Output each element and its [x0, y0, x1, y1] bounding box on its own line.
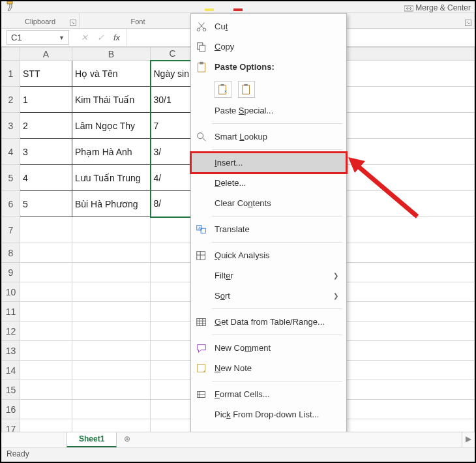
cell[interactable]: Kim Thái Tuấn [72, 87, 151, 113]
svg-rect-9 [219, 85, 226, 95]
quick-analysis-icon [195, 249, 208, 262]
cell[interactable]: Bùi Hà Phương [72, 191, 151, 217]
ctx-label: Pick From Drop-down List... [215, 410, 340, 419]
group-clipboard: Clipboard ↘ [1, 13, 80, 28]
ctx-label: Paste Special... [215, 106, 340, 115]
row-header[interactable]: 17 [2, 419, 20, 432]
cell[interactable]: 4/ [151, 165, 195, 191]
svg-rect-8 [200, 61, 203, 64]
cell[interactable]: 30/1 [151, 87, 195, 113]
font-fill-icon[interactable] [203, 2, 216, 12]
row-header[interactable]: 11 [2, 302, 20, 321]
col-header-B[interactable]: B [72, 48, 151, 61]
name-box-dropdown-icon[interactable]: ▼ [59, 35, 65, 41]
row-header[interactable]: 12 [2, 321, 20, 341]
search-icon [195, 130, 208, 143]
ctx-translate[interactable]: あ Translate [191, 219, 346, 239]
merge-center-label: Merge & Center [415, 3, 471, 12]
fx-icon[interactable]: fx [113, 33, 120, 42]
ctx-cut[interactable]: Cut [191, 16, 346, 37]
svg-rect-11 [243, 85, 250, 95]
status-bar: Ready [1, 447, 475, 462]
cell[interactable]: Phạm Hà Anh [72, 139, 151, 165]
row-header[interactable]: 16 [2, 400, 20, 419]
row-header[interactable]: 8 [2, 243, 20, 263]
ctx-insert[interactable]: Insert... [191, 153, 346, 173]
format-cells-icon [195, 388, 208, 401]
svg-point-3 [197, 28, 200, 31]
ctx-quick-analysis[interactable]: Quick Analysis [191, 245, 346, 265]
cell[interactable]: 3 [20, 139, 72, 165]
cell[interactable]: 8/ [151, 191, 195, 217]
clipboard-dialog-launcher[interactable]: ↘ [70, 20, 76, 26]
cell[interactable]: Lâm Ngọc Thy [72, 113, 151, 139]
row-header[interactable]: 1 [2, 61, 20, 87]
merge-center-button[interactable]: Merge & Center [404, 3, 471, 12]
col-header-C[interactable]: C [151, 48, 195, 61]
ctx-smart-lookup[interactable]: Smart Lookup [191, 127, 346, 147]
scroll-right-icon[interactable]: ▶ [462, 432, 475, 447]
ctx-label: Format Cells... [215, 389, 340, 399]
svg-point-13 [198, 132, 203, 138]
row-header[interactable]: 5 [2, 165, 20, 191]
enter-icon[interactable]: ✓ [97, 33, 104, 42]
row-header[interactable]: 14 [2, 361, 20, 380]
ctx-format-cells[interactable]: Format Cells... [191, 384, 346, 404]
copy-icon [195, 40, 208, 53]
svg-rect-10 [220, 84, 224, 86]
ctx-label: Quick Analysis [215, 250, 340, 260]
cell[interactable]: 3/ [151, 139, 195, 165]
ctx-clear-contents[interactable]: Clear Contents [191, 193, 346, 213]
cell[interactable]: Lưu Tuấn Trung [72, 165, 151, 191]
paste-values-button[interactable] [238, 81, 255, 98]
svg-rect-18 [197, 318, 206, 325]
cancel-icon[interactable]: ✕ [81, 33, 88, 42]
cell[interactable]: Ngày sin [151, 61, 195, 87]
ctx-sort[interactable]: Sort ❯ [191, 286, 346, 306]
paste-button[interactable] [215, 81, 231, 98]
ctx-filter[interactable]: Filter ❯ [191, 265, 346, 286]
cell[interactable]: 7 [151, 113, 195, 139]
ctx-paste-special[interactable]: Paste Special... [191, 100, 346, 121]
sheet-tab-active[interactable]: Sheet1 [67, 432, 117, 447]
ctx-copy[interactable]: Copy [191, 37, 346, 57]
ctx-new-comment[interactable]: New Comment [191, 338, 346, 358]
cell[interactable]: 4 [20, 165, 72, 191]
row-header[interactable]: 4 [2, 139, 20, 165]
cell[interactable]: Họ và Tên [72, 61, 151, 87]
svg-rect-12 [244, 84, 247, 86]
select-all[interactable] [2, 48, 20, 61]
cell[interactable]: 2 [20, 113, 72, 139]
group-font: Font [80, 13, 197, 28]
row-header[interactable]: 13 [2, 341, 20, 361]
cell[interactable]: STT [20, 61, 72, 87]
cell[interactable]: 5 [20, 191, 72, 217]
row-header[interactable]: 2 [2, 87, 20, 113]
font-color-icon[interactable] [232, 2, 245, 12]
add-sheet-button[interactable]: ⊕ [117, 432, 138, 447]
row-header[interactable]: 15 [2, 380, 20, 400]
ctx-delete[interactable]: Delete... [191, 173, 346, 193]
ctx-label: New Note [215, 363, 340, 373]
row-header[interactable]: 6 [2, 191, 20, 217]
ctx-new-note[interactable]: New Note [191, 358, 346, 378]
ctx-label: Copy [215, 42, 340, 52]
row-header[interactable]: 3 [2, 113, 20, 139]
ctx-label: Clear Contents [215, 198, 340, 208]
scissors-icon [195, 20, 208, 33]
ctx-label: Filter [215, 271, 327, 280]
ctx-get-data[interactable]: Get Data from Table/Range... [191, 312, 346, 332]
format-painter-icon[interactable] [5, 2, 18, 12]
ctx-pick-list[interactable]: Pick From Drop-down List... [191, 404, 346, 425]
col-header-A[interactable]: A [20, 48, 72, 61]
comment-icon [195, 342, 208, 355]
svg-rect-0 [205, 8, 214, 11]
row-header[interactable]: 10 [2, 282, 20, 302]
svg-rect-17 [197, 251, 205, 260]
row-header[interactable]: 7 [2, 217, 20, 243]
alignment-dialog-launcher[interactable]: ↘ [465, 20, 471, 26]
row-header[interactable]: 9 [2, 263, 20, 282]
ctx-label: Translate [215, 224, 340, 234]
name-box[interactable]: C1 ▼ [7, 30, 69, 45]
cell[interactable]: 1 [20, 87, 72, 113]
